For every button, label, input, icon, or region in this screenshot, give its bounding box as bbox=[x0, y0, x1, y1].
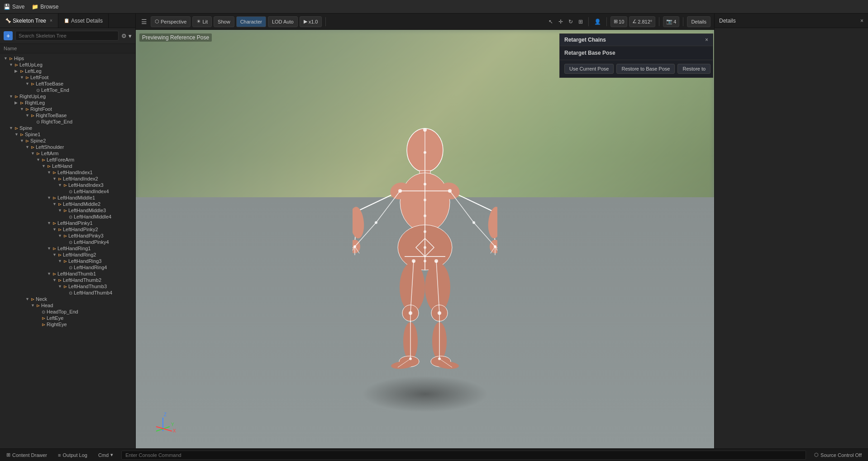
expand-arrow-icon: ▼ bbox=[47, 246, 52, 251]
tree-item[interactable]: ▼⊳LeftHandMiddle2 bbox=[0, 201, 135, 207]
svg-line-60 bbox=[376, 191, 400, 223]
tree-item[interactable]: ⊳LeftEye bbox=[0, 315, 135, 321]
tree-item[interactable]: ⊙LeftHandIndex4 bbox=[0, 188, 135, 195]
use-current-pose-button[interactable]: Use Current Pose bbox=[564, 64, 614, 74]
cmd-button[interactable]: Cmd ▾ bbox=[95, 451, 116, 459]
tree-item[interactable]: ⊙LeftToe_End bbox=[0, 87, 135, 93]
tree-item-label: LeftHandThumb4 bbox=[74, 290, 112, 295]
close-retarget-btn[interactable]: × bbox=[705, 37, 708, 43]
restore-button[interactable]: Restore to bbox=[677, 64, 711, 74]
move-tool-button[interactable]: ✛ bbox=[557, 18, 565, 26]
svg-point-47 bbox=[424, 260, 426, 262]
tree-item-label: Spine1 bbox=[25, 132, 40, 137]
select-tool-button[interactable]: ↖ bbox=[547, 18, 555, 26]
perspective-button[interactable]: ⬡ Perspective bbox=[151, 16, 191, 27]
character-model bbox=[353, 125, 497, 379]
expand-arrow-icon: ▼ bbox=[31, 303, 36, 308]
browse-button[interactable]: 📁 Browse bbox=[32, 4, 58, 10]
tree-item[interactable]: ▼⊳LeftHandPinky1 bbox=[0, 220, 135, 226]
tree-item[interactable]: ▼⊳Spine bbox=[0, 125, 135, 131]
tree-item[interactable]: ⊙LeftHandRing4 bbox=[0, 264, 135, 271]
tree-item[interactable]: ▼⊳LeftHandIndex2 bbox=[0, 176, 135, 182]
tree-item[interactable]: ▼⊳LeftHandThumb2 bbox=[0, 277, 135, 283]
tree-item[interactable]: ▼⊳LeftHandThumb3 bbox=[0, 283, 135, 290]
grid-button[interactable]: ⊞ 10 bbox=[610, 16, 627, 27]
search-input[interactable] bbox=[15, 31, 119, 41]
angle-button[interactable]: ∠ 2.812° bbox=[629, 16, 655, 27]
add-bone-button[interactable]: + bbox=[4, 31, 13, 40]
tree-item[interactable]: ▼⊳LeftHandPinky3 bbox=[0, 233, 135, 239]
details-button[interactable]: Details bbox=[687, 16, 711, 27]
tree-item[interactable]: ▼⊳LeftToeBase bbox=[0, 81, 135, 87]
scale-tool-button[interactable]: ⊞ bbox=[577, 18, 585, 26]
socket-icon: ⊙ bbox=[36, 88, 40, 93]
character-button[interactable]: Character bbox=[236, 16, 266, 27]
play-speed-button[interactable]: ▶ x1.0 bbox=[300, 16, 322, 27]
tree-item[interactable]: ⊙LeftHandMiddle4 bbox=[0, 214, 135, 220]
tree-item[interactable]: ▼⊳Spine2 bbox=[0, 138, 135, 144]
bone-icon: ⊳ bbox=[31, 297, 34, 302]
tree-item[interactable]: ▼⊳Spine1 bbox=[0, 131, 135, 138]
output-log-button[interactable]: ≡ Output Log bbox=[55, 451, 90, 459]
tree-item[interactable]: ▼⊳LeftHandThumb1 bbox=[0, 271, 135, 277]
tree-item[interactable]: ▼⊳RightToeBase bbox=[0, 112, 135, 119]
tree-item[interactable]: ▼⊳Head bbox=[0, 302, 135, 309]
socket-icon: ⊙ bbox=[36, 119, 40, 124]
console-input[interactable] bbox=[121, 451, 806, 460]
socket-icon: ⊙ bbox=[69, 189, 72, 194]
rotate-tool-button[interactable]: ↻ bbox=[567, 18, 575, 26]
save-button[interactable]: 💾 Save bbox=[4, 4, 24, 10]
viewport[interactable]: Previewing Reference Pose bbox=[136, 30, 714, 448]
tree-item[interactable]: ▼⊳LeftShoulder bbox=[0, 144, 135, 150]
content-drawer-button[interactable]: ⊞ Content Drawer bbox=[4, 451, 50, 459]
tree-item[interactable]: ⊙LeftHandPinky4 bbox=[0, 239, 135, 245]
bone-icon: ⊳ bbox=[52, 170, 56, 175]
tree-item[interactable]: ▼⊳LeftForeArm bbox=[0, 157, 135, 163]
tree-item[interactable]: ▼⊳LeftArm bbox=[0, 150, 135, 157]
tree-item[interactable]: ⊙HeadTop_End bbox=[0, 309, 135, 315]
lod-button[interactable]: LOD Auto bbox=[268, 16, 298, 27]
tree-item[interactable]: ▼⊳LeftUpLeg bbox=[0, 62, 135, 68]
svg-point-45 bbox=[424, 230, 426, 233]
close-details-btn[interactable]: × bbox=[860, 18, 863, 24]
tree-item[interactable]: ▼⊳LeftHandIndex1 bbox=[0, 169, 135, 176]
expand-arrow-icon: ▼ bbox=[52, 176, 58, 181]
tree-item-label: LeftEye bbox=[47, 315, 63, 321]
tree-item-label: LeftHandIndex2 bbox=[63, 176, 98, 181]
bone-icon: ⊳ bbox=[58, 202, 62, 207]
tree-item[interactable]: ▶⊳LeftLeg bbox=[0, 68, 135, 74]
tree-item-label: LeftHandThumb1 bbox=[57, 271, 96, 276]
source-control-button[interactable]: ⬡ Source Control Off bbox=[811, 451, 864, 459]
tree-item[interactable]: ▶⊳RightLeg bbox=[0, 100, 135, 106]
tab-asset-details[interactable]: 📋 Asset Details bbox=[58, 14, 109, 28]
tree-item[interactable]: ▼⊳LeftHandMiddle1 bbox=[0, 195, 135, 201]
tree-item[interactable]: ▼⊳LeftHand bbox=[0, 163, 135, 169]
bone-icon: ⊳ bbox=[25, 107, 29, 112]
socket-icon: ⊙ bbox=[69, 265, 72, 270]
tree-item[interactable]: ▼⊳LeftFoot bbox=[0, 74, 135, 81]
camera-button[interactable]: 📷 4 bbox=[663, 16, 679, 27]
tab-skeleton-tree[interactable]: 🦴 Skeleton Tree × bbox=[0, 14, 58, 28]
skeleton-tree-list[interactable]: ▼⊳Hips▼⊳LeftUpLeg▶⊳LeftLeg▼⊳LeftFoot▼⊳Le… bbox=[0, 53, 135, 448]
tree-item[interactable]: ⊳RightEye bbox=[0, 321, 135, 328]
tree-item[interactable]: ▼⊳LeftHandRing3 bbox=[0, 258, 135, 264]
tree-item[interactable]: ▼⊳LeftHandMiddle3 bbox=[0, 207, 135, 214]
show-button[interactable]: Show bbox=[214, 16, 234, 27]
details-panel-header: Details × bbox=[715, 14, 868, 28]
tree-item[interactable]: ▼⊳LeftHandIndex3 bbox=[0, 182, 135, 188]
tree-item[interactable]: ▼⊳RightUpLeg bbox=[0, 93, 135, 100]
skeletal-mesh-button[interactable]: 👤 bbox=[592, 18, 603, 26]
close-skeleton-tab-btn[interactable]: × bbox=[50, 18, 52, 23]
restore-base-pose-button[interactable]: Restore to Base Pose bbox=[616, 64, 675, 74]
tree-item[interactable]: ▼⊳RightFoot bbox=[0, 106, 135, 112]
settings-button[interactable]: ⚙ ▾ bbox=[121, 33, 132, 39]
tree-item[interactable]: ▼⊳LeftHandRing2 bbox=[0, 252, 135, 258]
viewport-menu-button[interactable]: ☰ bbox=[139, 17, 149, 26]
tree-item[interactable]: ⊙RightToe_End bbox=[0, 119, 135, 125]
tree-item[interactable]: ▼⊳Neck bbox=[0, 296, 135, 302]
tree-item[interactable]: ▼⊳LeftHandPinky2 bbox=[0, 226, 135, 233]
tree-item[interactable]: ⊙LeftHandThumb4 bbox=[0, 290, 135, 296]
tree-item[interactable]: ▼⊳Hips bbox=[0, 55, 135, 62]
lit-button[interactable]: ☀ Lit bbox=[192, 16, 212, 27]
tree-item[interactable]: ▼⊳LeftHandRing1 bbox=[0, 245, 135, 252]
